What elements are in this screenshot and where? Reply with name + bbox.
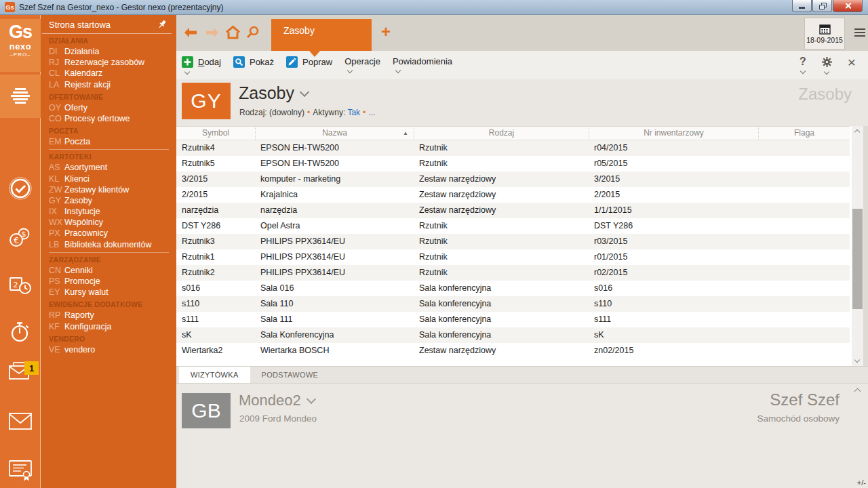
sidebar-item-code: PX [49, 228, 64, 239]
table-row[interactable]: s111Sala 111Sala konferencyjnas111 [176, 312, 850, 327]
table-row[interactable]: narzędzianarzędziaZestaw narzędziowy1/1/… [176, 203, 850, 218]
sidebar-item-label: Instytucje [64, 206, 100, 217]
sidebar-item-pracownicy[interactable]: PXPracownicy [49, 228, 174, 239]
search-button[interactable] [245, 25, 260, 42]
sidebar-item-promocje[interactable]: PSPromocje [49, 276, 174, 287]
finances-button[interactable]: $ € [0, 226, 41, 249]
pin-icon[interactable] [157, 19, 167, 30]
sidebar-divider [42, 33, 172, 34]
scrollbar-thumb[interactable] [852, 209, 863, 309]
table-cell: Rzutnik5 [176, 156, 255, 171]
help-button[interactable]: ? [800, 56, 806, 73]
sidebar-item-asortyment[interactable]: ASAsortyment [49, 162, 174, 173]
logo-pro: –PRO– [0, 51, 41, 58]
sidebar-item-poczta[interactable]: EMPoczta [49, 136, 174, 147]
sidebar-item-klienci[interactable]: KLKlienci [49, 174, 174, 184]
table-row[interactable]: s016Sala 016Sala konferencyjnas016 [176, 281, 850, 296]
table-row[interactable]: 2/2015KrajalnicaZestaw narzędziowy2/2015 [176, 187, 850, 203]
restore-button[interactable] [812, 0, 832, 12]
sidebar-item-raporty[interactable]: RPRaporty [49, 310, 174, 321]
sidebar-item-code: RJ [49, 57, 64, 68]
tab-wizytówka[interactable]: WIZYTÓWKA [179, 367, 250, 383]
forward-button[interactable] [205, 27, 220, 41]
column-header-nr-inwentarzowy[interactable]: Nr inwentarzowy [589, 127, 758, 140]
tab-podstawowe[interactable]: PODSTAWOWE [250, 367, 330, 383]
filter-rodzaj[interactable]: Rodzaj: (dowolny) [239, 108, 304, 117]
toolbar-right: ? [800, 56, 868, 74]
sidebar-item-oferty[interactable]: OYOferty [49, 102, 174, 113]
title-dropdown-icon[interactable] [300, 87, 309, 96]
record-title: Mondeo2 [239, 392, 301, 409]
timer-button[interactable] [0, 320, 41, 344]
table-scrollbar[interactable] [852, 126, 863, 366]
column-header-flaga[interactable]: Flaga [758, 127, 850, 140]
new-tab-button[interactable]: + [381, 24, 391, 40]
filter-more-link[interactable]: ... [368, 108, 375, 117]
table-row[interactable]: sKSala KonferencyjnaSala konferencyjnasK [176, 327, 850, 343]
toolbar-powiadomienia[interactable]: Powiadomienia [393, 56, 452, 74]
sidebar-item-label: Procesy ofertowe [64, 113, 130, 124]
table-header: SymbolNazwa▲RodzajNr inwentarzowyFlaga [176, 126, 850, 140]
sidebar-item-vendero[interactable]: VEvendero [49, 344, 174, 355]
tasks-button[interactable] [0, 176, 41, 201]
calendar-button[interactable]: 2 [0, 274, 41, 297]
table-body: Rzutnik4EPSON EH-TW5200Rzutnikr04/2015Rz… [176, 140, 868, 359]
mail-button[interactable] [0, 410, 41, 433]
toolbar-popraw[interactable]: Popraw [286, 56, 332, 74]
sidebar-item-zasoby[interactable]: GYZasoby [49, 195, 174, 206]
toolbar-operacje[interactable]: Operacje [344, 56, 380, 74]
sidebar-item-cenniki[interactable]: CNCenniki [49, 265, 174, 276]
sidebar-item-strona-startowa[interactable]: Strona startowa [41, 15, 174, 33]
panel-collapse-icon[interactable] [854, 388, 861, 395]
table-row[interactable]: Rzutnik3PHILIPS PPX3614/EURzutnikr03/201… [176, 234, 850, 249]
sidebar-item-label: Konfiguracja [64, 321, 112, 332]
scroll-down-icon[interactable] [854, 357, 860, 363]
filter-separator: • [363, 108, 366, 117]
table-row[interactable]: Rzutnik1PHILIPS PPX3614/EURzutnikr01/201… [176, 249, 850, 265]
back-button[interactable] [183, 27, 198, 41]
sidebar-item-label: Biblioteka dokumentów [64, 239, 152, 250]
sidebar-item-kalendarz[interactable]: CLKalendarz [49, 68, 174, 79]
sidebar-item-label: Kalendarz [64, 68, 102, 79]
date-button[interactable]: 18-09-2015 [804, 18, 845, 49]
table-row[interactable]: Rzutnik4EPSON EH-TW5200Rzutnikr04/2015 [176, 140, 850, 156]
home-button[interactable] [225, 25, 241, 42]
sidebar-item-instytucje[interactable]: IXInstytucje [49, 206, 174, 217]
column-header-nazwa[interactable]: Nazwa▲ [255, 127, 414, 140]
active-module-button[interactable] [0, 75, 41, 118]
tab-zasoby[interactable]: Zasoby [271, 19, 372, 51]
sidebar-item-procesy-ofertowe[interactable]: COProcesy ofertowe [49, 113, 174, 124]
sidebar-item-zestawy-klientów[interactable]: ZWZestawy klientów [49, 184, 174, 195]
toolbar-dodaj[interactable]: Dodaj [182, 56, 221, 74]
column-header-symbol[interactable]: Symbol [176, 127, 255, 140]
toolbar-pokaż[interactable]: Pokaż [233, 56, 274, 74]
licenses-button[interactable] [0, 457, 41, 484]
settings-button[interactable] [821, 56, 833, 74]
table-cell [758, 218, 850, 234]
toolbar-actions: DodajPokażPoprawOperacjePowiadomienia [176, 56, 452, 74]
sidebar-item-rejestr-akcji[interactable]: LARejestr akcji [49, 79, 174, 90]
minimize-button[interactable] [792, 0, 812, 12]
table-row[interactable]: Rzutnik5EPSON EH-TW5200Rzutnikr05/2015 [176, 156, 850, 171]
table-row[interactable]: 3/2015komputer - marketingZestaw narzędz… [176, 171, 850, 187]
sidebar-item-kursy-walut[interactable]: EYKursy walut [49, 287, 174, 298]
close-window-button[interactable] [833, 0, 863, 12]
menu-icon [9, 88, 31, 105]
table-row[interactable]: DST Y286Opel AstraRzutnikDST Y286 [176, 218, 850, 234]
inbox-button[interactable]: 1 [0, 357, 41, 384]
sidebar-item-rezerwacje-zasobów[interactable]: RJRezerwacje zasobów [49, 57, 174, 68]
sidebar-item-wspólnicy[interactable]: WXWspólnicy [49, 217, 174, 228]
sidebar-section-vendero: VENDERO [49, 334, 174, 344]
table-row[interactable]: Wiertarka2Wiertarka BOSCHZestaw narzędzi… [176, 343, 850, 359]
column-header-rodzaj[interactable]: Rodzaj [414, 127, 589, 140]
sidebar-item-biblioteka-dokumentów[interactable]: LBBiblioteka dokumentów [49, 239, 174, 250]
window-menu-button[interactable] [854, 28, 865, 37]
close-view-button[interactable]: × [848, 56, 856, 68]
record-dropdown-icon[interactable] [307, 394, 316, 404]
table-row[interactable]: Rzutnik2PHILIPS PPX3614/EURzutnikr02/201… [176, 265, 850, 281]
sidebar-item-konfiguracja[interactable]: KFKonfiguracja [49, 321, 174, 332]
table-row[interactable]: s110Sala 110Sala konferencyjnas110 [176, 296, 850, 312]
sidebar-item-działania[interactable]: DIDziałania [49, 46, 174, 57]
filter-aktywny-value[interactable]: Tak [347, 108, 360, 117]
scroll-up-icon[interactable] [854, 129, 860, 135]
